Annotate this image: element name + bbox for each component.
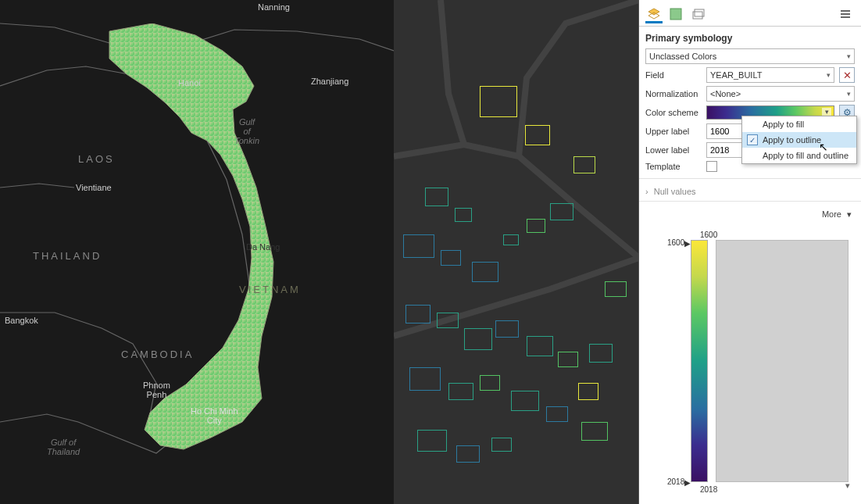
color-ramp-vertical[interactable] [691, 240, 708, 482]
svg-marker-3 [648, 9, 659, 15]
symbology-type-dropdown[interactable]: Unclassed Colors [645, 48, 855, 64]
layers-icon [691, 7, 705, 21]
field-label: Field [645, 70, 702, 80]
menu-apply-to-both[interactable]: Apply to fill and outline [742, 148, 856, 163]
null-values-label: Null values [654, 187, 696, 196]
chevron-right-icon: › [645, 187, 648, 196]
menu-apply-to-outline-label: Apply to outline [763, 135, 821, 145]
histogram-top-tick: 1600 [700, 231, 717, 239]
spacer [747, 119, 758, 130]
histogram-upper-handle-label: 1600 [667, 238, 684, 247]
histogram-resize-icon[interactable]: ▾ [845, 481, 850, 491]
histogram-lower-handle-label: 2018 [667, 477, 684, 486]
checkmark-icon: ✓ [747, 134, 758, 145]
menu-apply-to-fill-label: Apply to fill [763, 120, 804, 129]
tab-symbol-layers[interactable] [689, 6, 706, 23]
field-value: YEAR_BUILT [710, 70, 762, 80]
menu-button[interactable] [839, 8, 855, 22]
menu-apply-to-fill[interactable]: Apply to fill [742, 116, 856, 132]
expression-button[interactable]: ✕ [839, 67, 855, 83]
colorscheme-label: Color scheme [645, 108, 702, 117]
field-dropdown[interactable]: YEAR_BUILT [706, 67, 834, 83]
tab-vary-symbology[interactable] [667, 6, 684, 23]
chevron-down-icon: ▾ [847, 209, 852, 219]
tab-primary-symbology[interactable] [645, 6, 663, 23]
colorscheme-context-menu: Apply to fill ✓ Apply to outline Apply t… [741, 116, 857, 164]
map-detail-pane[interactable] [394, 0, 639, 504]
palette-icon [669, 7, 683, 21]
layer-icon [647, 7, 661, 21]
more-menu[interactable]: More ▾ [639, 202, 861, 227]
lower-label-label: Lower label [645, 145, 702, 155]
chevron-down-icon: ▾ [822, 108, 831, 116]
section-title: Primary symbology [639, 27, 861, 47]
histogram: 1600 1600 ▶ 2018 ▶ 2018 ▾ [645, 231, 855, 496]
symbology-panel: Primary symbology Unclassed Colors Field… [639, 0, 861, 504]
normalization-value: <None> [710, 89, 741, 98]
histogram-bottom-tick: 2018 [700, 485, 717, 494]
hamburger-icon [839, 8, 852, 20]
map-overview-pane[interactable]: Nanning Hanoi Zhanjiang Vientiane Da Nan… [0, 0, 394, 504]
menu-apply-to-outline[interactable]: ✓ Apply to outline [742, 132, 856, 148]
symbology-type-value: Unclassed Colors [649, 52, 716, 61]
tab-bar [639, 0, 861, 27]
template-swatch[interactable] [706, 161, 717, 172]
template-label: Template [645, 162, 702, 171]
menu-apply-to-both-label: Apply to fill and outline [763, 151, 848, 160]
upper-label-label: Upper label [645, 127, 702, 136]
histogram-box[interactable] [716, 240, 848, 482]
triangle-upper-icon[interactable]: ▶ [684, 239, 691, 248]
svg-rect-5 [670, 9, 681, 20]
x-icon: ✕ [843, 70, 852, 81]
null-values-toggle[interactable]: › Null values [639, 178, 861, 202]
normalization-label: Normalization [645, 89, 702, 98]
normalization-dropdown[interactable]: <None> [706, 86, 855, 102]
more-label: More [822, 209, 841, 219]
spacer [747, 150, 758, 161]
triangle-lower-icon[interactable]: ▶ [684, 478, 691, 487]
